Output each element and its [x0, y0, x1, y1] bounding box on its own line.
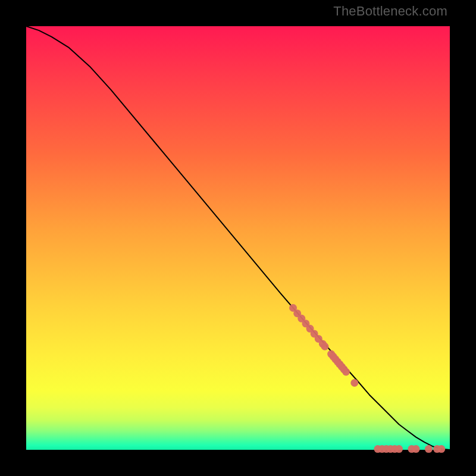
data-curve [26, 26, 450, 450]
data-marker [437, 445, 445, 453]
data-marker [321, 343, 328, 350]
data-marker [350, 379, 358, 387]
data-marker [425, 445, 433, 453]
chart-frame: TheBottleneck.com [0, 0, 476, 476]
data-marker [412, 445, 420, 453]
chart-svg [26, 26, 450, 450]
data-marker [342, 368, 350, 375]
data-markers [289, 304, 445, 453]
watermark-text: TheBottleneck.com [333, 4, 447, 19]
data-marker [395, 445, 403, 453]
plot-area [26, 26, 450, 450]
